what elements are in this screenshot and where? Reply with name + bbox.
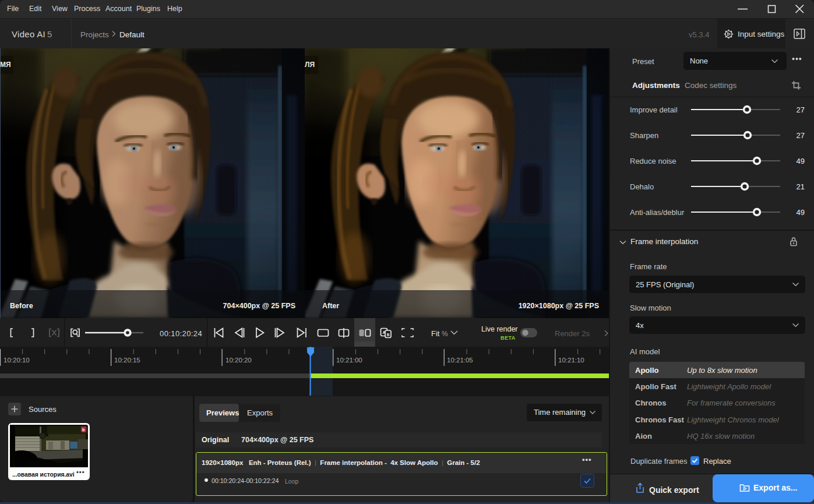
svg-text:10:21:00: 10:21:00: [336, 357, 362, 364]
svg-text:10:21:10: 10:21:10: [558, 357, 584, 364]
svg-text:b: b: [82, 428, 84, 432]
svg-text:A: A: [383, 330, 386, 334]
svg-text:10:20:20: 10:20:20: [225, 357, 252, 364]
svg-text:B: B: [387, 333, 390, 337]
svg-text:10:20:10: 10:20:10: [3, 357, 30, 364]
svg-text:10:20:15: 10:20:15: [114, 357, 140, 364]
svg-text:10:21:05: 10:21:05: [447, 357, 473, 364]
